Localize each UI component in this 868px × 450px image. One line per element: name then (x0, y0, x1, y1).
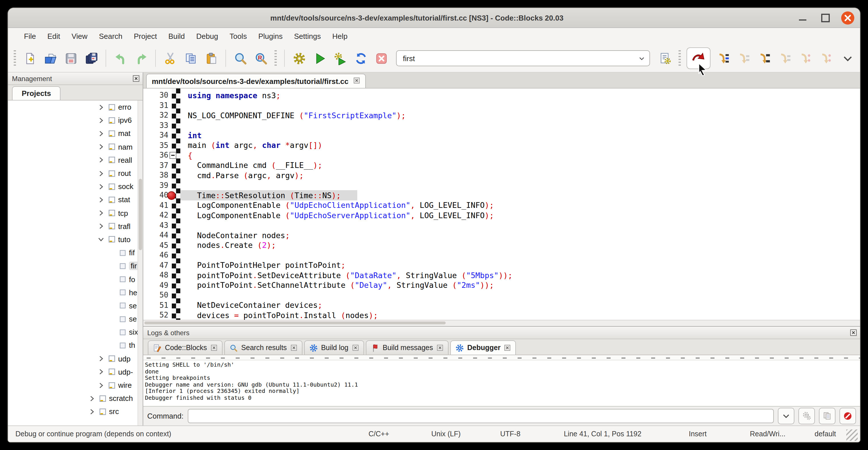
tree-collapsed-icon[interactable] (97, 182, 105, 190)
command-input[interactable] (187, 409, 774, 423)
tree-scrollbar-thumb[interactable] (139, 178, 142, 250)
tree-item-rout[interactable]: rout (8, 167, 143, 180)
tree-collapsed-icon[interactable] (97, 143, 105, 151)
close-button[interactable] (841, 11, 854, 24)
next-instruction-button[interactable] (798, 51, 813, 66)
line-number[interactable]: 35 (143, 141, 169, 150)
tab-close-icon[interactable] (353, 77, 360, 85)
run-button[interactable] (312, 51, 327, 66)
code-line-38[interactable]: 38 cmd.Parse (argc, argv); (143, 170, 860, 180)
rebuild-button[interactable] (353, 51, 368, 66)
menu-file[interactable]: File (18, 29, 42, 43)
code-line-48[interactable]: 48 pointToPoint.SetDeviceAttribute ("Dat… (143, 270, 860, 280)
tree-scrollbar[interactable] (137, 100, 143, 425)
editor-tab-first-cc[interactable]: mnt/dev/tools/source/ns-3-dev/examples/t… (146, 74, 366, 88)
tree-item-fir[interactable]: fir (8, 260, 143, 273)
code-line-43[interactable]: 43 (143, 220, 860, 230)
tree-collapsed-icon[interactable] (97, 381, 105, 389)
code-line-32[interactable]: 32NS_LOG_COMPONENT_DEFINE ("FirstScriptE… (143, 110, 860, 120)
replace-button[interactable]: R (253, 51, 268, 66)
code-line-30[interactable]: 30using namespace ns3; (143, 90, 860, 100)
copy-button[interactable] (183, 51, 198, 66)
menu-debug[interactable]: Debug (191, 29, 224, 43)
line-number[interactable]: 42 (143, 211, 169, 219)
line-number[interactable]: 38 (143, 171, 169, 180)
line-number[interactable]: 40 (143, 191, 169, 200)
code-line-35[interactable]: 35main (int argc, char *argv[]) (143, 140, 860, 150)
tree-item-ipv6[interactable]: ipv6 (8, 114, 143, 127)
tree-item-src[interactable]: src (8, 405, 143, 418)
tree-item-tuto[interactable]: tuto (8, 233, 143, 246)
run-to-cursor-button[interactable] (716, 51, 731, 66)
title-bar[interactable]: mnt/dev/tools/source/ns-3-dev/examples/t… (8, 8, 860, 28)
tree-item-reall[interactable]: reall (8, 154, 143, 167)
tree-collapsed-icon[interactable] (97, 169, 105, 177)
tree-item-erro[interactable]: erro (8, 100, 143, 114)
code-line-52[interactable]: 52 devices = pointToPoint.Install (nodes… (143, 310, 860, 320)
build-and-run-button[interactable] (333, 51, 347, 66)
build-target-combo[interactable]: first (396, 50, 650, 66)
save-file-button[interactable] (63, 51, 78, 66)
tree-item-mat[interactable]: mat (8, 127, 143, 140)
code-line-34[interactable]: 34int (143, 130, 860, 140)
line-number[interactable]: 43 (143, 221, 169, 230)
code-line-45[interactable]: 45 nodes.Create (2); (143, 240, 860, 250)
toolbar-grip[interactable] (14, 50, 16, 66)
tree-item-tcp[interactable]: tcp (8, 206, 143, 219)
line-number[interactable]: 33 (143, 121, 169, 130)
tree-collapsed-icon[interactable] (88, 408, 96, 416)
breakpoint-margin[interactable] (172, 89, 180, 320)
line-number[interactable]: 46 (143, 251, 169, 260)
save-all-button[interactable] (84, 51, 99, 66)
line-number[interactable]: 37 (143, 161, 169, 170)
tree-collapsed-icon[interactable] (97, 196, 105, 204)
line-number[interactable]: 36 (143, 151, 169, 160)
tab-close-icon[interactable] (437, 344, 443, 351)
code-line-36[interactable]: 36{ (143, 150, 860, 160)
line-number[interactable]: 52 (143, 311, 169, 320)
toolbar-grip[interactable] (679, 50, 681, 66)
tree-item-six[interactable]: six (8, 326, 143, 339)
step-into-button[interactable] (757, 51, 772, 66)
cut-button[interactable] (163, 51, 178, 66)
editor-hscrollbar-thumb[interactable] (144, 322, 445, 324)
line-number[interactable]: 50 (143, 291, 169, 300)
tree-item-fif[interactable]: fif (8, 246, 143, 259)
menu-view[interactable]: View (66, 29, 93, 43)
clear-log-icon[interactable] (839, 408, 856, 424)
resize-grip[interactable] (846, 429, 858, 441)
code-line-33[interactable]: 33 (143, 120, 860, 130)
code-line-39[interactable]: 39 (143, 180, 860, 190)
close-boxed-icon[interactable] (132, 75, 140, 82)
tab-close-icon[interactable] (352, 344, 359, 351)
tree-item-stat[interactable]: stat (8, 193, 143, 206)
open-file-button[interactable] (43, 51, 58, 66)
line-number[interactable]: 32 (143, 111, 169, 120)
gears-gray-icon[interactable] (798, 408, 815, 424)
code-line-47[interactable]: 47 PointToPointHelper pointToPoint; (143, 260, 860, 270)
tree-item-nam[interactable]: nam (8, 140, 143, 153)
tree-collapsed-icon[interactable] (97, 117, 105, 124)
tree-item-wire[interactable]: wire (8, 379, 143, 392)
line-number[interactable]: 30 (143, 91, 169, 100)
code-line-46[interactable]: 46 (143, 250, 860, 260)
menu-edit[interactable]: Edit (42, 29, 66, 43)
tree-expanded-icon[interactable] (97, 236, 105, 244)
tab-close-icon[interactable] (504, 344, 511, 351)
code-line-41[interactable]: 41 LogComponentEnable ("UdpEchoClientApp… (143, 200, 860, 210)
code-line-40[interactable]: 40 Time::SetResolution (Time::NS); (143, 190, 860, 200)
log-tab-debugger[interactable]: Debugger (450, 340, 516, 355)
tab-close-icon[interactable] (210, 344, 217, 351)
code-line-51[interactable]: 51 NetDeviceContainer devices; (143, 300, 860, 310)
tree-item-th[interactable]: th (8, 339, 143, 352)
menu-search[interactable]: Search (93, 29, 128, 43)
editor-hscrollbar[interactable] (143, 320, 860, 326)
tree-collapsed-icon[interactable] (97, 209, 105, 217)
code-line-42[interactable]: 42 LogComponentEnable ("UdpEchoServerApp… (143, 210, 860, 220)
toolbar-overflow-button[interactable] (840, 51, 855, 66)
copy-gray-icon[interactable] (819, 408, 835, 424)
log-tab-code-blocks[interactable]: Code::Blocks (148, 340, 222, 355)
tree-collapsed-icon[interactable] (97, 103, 105, 111)
chevron-down-icon[interactable] (633, 55, 649, 62)
tree-collapsed-icon[interactable] (97, 156, 105, 164)
